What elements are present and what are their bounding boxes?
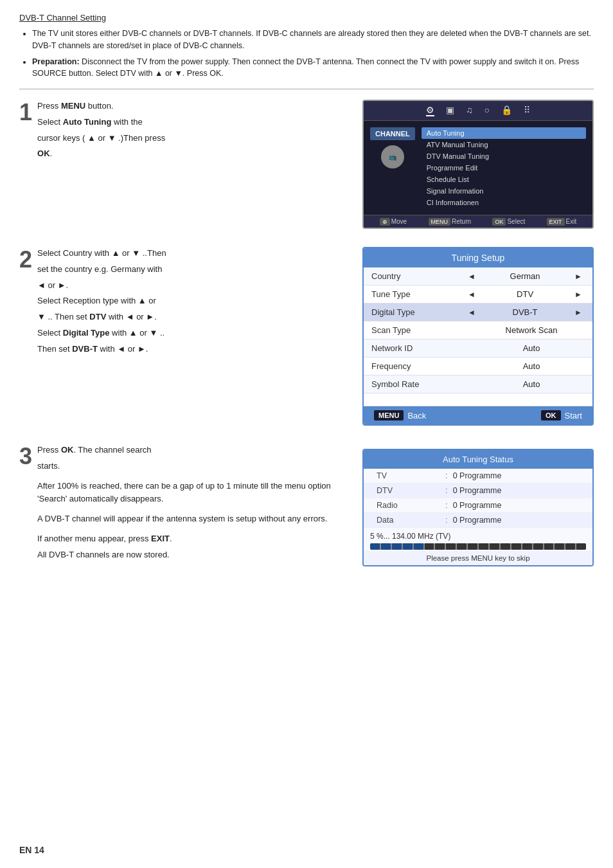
tuning-table: Tuning Setup Country ◄ German ► Tune Typ… — [362, 247, 594, 426]
step2-line: ◄ or ►. — [37, 279, 166, 293]
intro-bullets: The TV unit stores either DVB-C channels… — [32, 28, 594, 80]
tuning-row-label: Scan Type — [371, 325, 478, 335]
tv-menu-item: ATV Manual Tuning — [422, 139, 586, 150]
tuning-start-btn[interactable]: OK Start — [541, 410, 582, 420]
step1-section: 1 Press MENU button. Select Auto Tuning … — [19, 100, 594, 229]
progress-segment — [576, 543, 586, 550]
progress-segment — [501, 543, 510, 550]
status-row: TV : 0 Programme — [364, 469, 592, 484]
step1-line1: Press MENU button. — [37, 100, 165, 113]
intro-bullet-1: The TV unit stores either DVB-C channels… — [32, 28, 594, 52]
progress-segment — [468, 543, 477, 550]
status-header: Auto Tuning Status — [364, 450, 592, 469]
nav-right-icon[interactable]: ► — [574, 308, 582, 317]
circle-icon: ○ — [484, 105, 490, 116]
section-divider — [19, 89, 594, 89]
music-icon: ♫ — [466, 105, 473, 116]
tuning-row-value: Auto — [478, 343, 585, 353]
step3-content: Press OK. The channel search starts. Aft… — [37, 444, 350, 565]
progress-segment — [479, 543, 488, 550]
tv-bottom-btn[interactable]: MENUReturn — [429, 218, 472, 225]
status-value: 0 Programme — [453, 501, 580, 510]
progress-segment — [490, 543, 499, 550]
tv-menu-item[interactable]: Auto Tuning — [422, 127, 586, 139]
tuning-row-value: German — [478, 271, 572, 281]
status-note: Please press MENU key to skip — [364, 551, 592, 565]
step3-line1: Press OK. The channel search — [37, 444, 350, 457]
nav-left-icon[interactable]: ◄ — [468, 290, 475, 299]
display-icon: ▣ — [446, 105, 454, 116]
step3-ok-bold: OK — [61, 445, 74, 455]
tuning-row-value: DTV — [478, 289, 572, 299]
status-colon: : — [440, 516, 453, 525]
tv-channel-label: CHANNEL — [370, 127, 415, 140]
settings-icon: ⚙ — [426, 105, 434, 116]
step3-para2: A DVB-T channel will appear if the anten… — [37, 512, 350, 526]
step1-tv-menu: ⚙ ▣ ♫ ○ 🔒 ⠿ CHANNEL 📺 Auto TuningATV Man… — [362, 100, 594, 229]
step1-left: 1 Press MENU button. Select Auto Tuning … — [19, 100, 350, 163]
step1-autotuning-bold: Auto Tuning — [63, 117, 112, 127]
tuning-row-label: Digital Type — [371, 307, 465, 317]
tuning-row-label: Symbol Rate — [371, 379, 478, 389]
page-title: DVB-T Channel Setting — [19, 13, 594, 23]
progress-segment — [370, 543, 380, 550]
step1-content: Press MENU button. Select Auto Tuning wi… — [37, 100, 165, 163]
step3-exit-bold: EXIT — [151, 534, 170, 543]
tuning-table-header: Tuning Setup — [364, 248, 592, 267]
nav-right-icon[interactable]: ► — [574, 290, 582, 299]
tuning-row: Scan Type Network Scan — [364, 321, 592, 339]
tuning-row-value: Auto — [478, 361, 585, 371]
status-value: 0 Programme — [453, 486, 580, 495]
progress-segment — [565, 543, 575, 550]
nav-left-icon[interactable]: ◄ — [468, 272, 475, 281]
intro-preparation-text: Disconnect the TV from the power supply.… — [32, 57, 579, 78]
back-label: Back — [407, 411, 426, 420]
tv-menu-item: Programme Edit — [422, 162, 586, 174]
progress-segment — [403, 543, 413, 550]
tuning-row-label: Tune Type — [371, 289, 465, 299]
step2-line: ▼ .. Then set DTV with ◄ or ►. — [37, 311, 166, 324]
step1-ok-bold: OK — [37, 149, 50, 158]
step2-number: 2 — [19, 248, 32, 271]
intro-bullet-2: Preparation: Disconnect the TV from the … — [32, 56, 594, 80]
nav-right-icon[interactable]: ► — [574, 272, 582, 281]
progress-segment — [522, 543, 532, 550]
step2-line: Select Digital Type with ▲ or ▼ .. — [37, 327, 166, 340]
tv-menu-box: ⚙ ▣ ♫ ○ 🔒 ⠿ CHANNEL 📺 Auto TuningATV Man… — [362, 100, 594, 229]
step3-para1: After 100% is reached, there can be a ga… — [37, 480, 350, 507]
tv-bottom-btn[interactable]: ⊕Move — [380, 218, 407, 225]
progress-segment — [425, 543, 434, 550]
progress-segment — [511, 543, 521, 550]
step1-line4: OK. — [37, 147, 165, 161]
nav-left-icon[interactable]: ◄ — [468, 308, 475, 317]
tv-menu-body: CHANNEL 📺 Auto TuningATV Manual TuningDT… — [364, 121, 592, 215]
status-label: DTV — [377, 486, 440, 495]
tuning-row — [364, 393, 592, 406]
tuning-back-btn[interactable]: MENU Back — [374, 410, 426, 420]
status-row: DTV : 0 Programme — [364, 484, 592, 498]
intro-preparation-bold: Preparation: — [32, 57, 80, 66]
tv-menu-item: CI Informationen — [422, 197, 586, 208]
step3-number: 3 — [19, 445, 32, 468]
tuning-row: Network ID Auto — [364, 339, 592, 357]
tv-menu-item: Schedule List — [422, 174, 586, 185]
status-label: Radio — [377, 501, 440, 510]
step2-section: 2 Select Country with ▲ or ▼ ..Thenset t… — [19, 247, 594, 426]
tuning-row-value: Network Scan — [478, 325, 585, 335]
step1-menu-bold: MENU — [61, 101, 85, 111]
step1-number: 1 — [19, 101, 32, 124]
status-value: 0 Programme — [453, 516, 580, 525]
tuning-row: Tune Type ◄ DTV ► — [364, 285, 592, 303]
tuning-footer: MENU Back OK Start — [364, 406, 592, 424]
status-box: Auto Tuning Status TV : 0 Programme DTV … — [362, 449, 594, 566]
status-colon: : — [440, 501, 453, 510]
progress-bar — [370, 543, 586, 550]
step3-para4: All DVB-T channels are now stored. — [37, 548, 350, 562]
step1-line2: Select Auto Tuning with the — [37, 116, 165, 129]
tv-bottom-btn[interactable]: OKSelect — [492, 218, 525, 225]
tv-bottom-btn[interactable]: EXITExit — [547, 218, 577, 225]
tv-menu-item: Signal Information — [422, 185, 586, 197]
step3-left: 3 Press OK. The channel search starts. A… — [19, 444, 350, 565]
status-progress-row: 5 %... 134.00 MHz (TV) — [364, 528, 592, 551]
step2-line: Select Country with ▲ or ▼ ..Then — [37, 247, 166, 260]
